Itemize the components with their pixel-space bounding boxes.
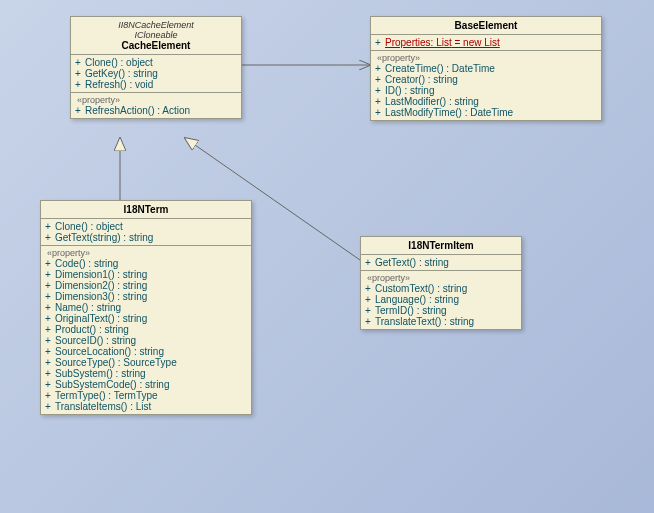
property: +SubSystem() : string [45,368,247,379]
class-I18NTermItem[interactable]: I18NTermItem+GetText() : string«property… [360,236,522,330]
property: +RefreshAction() : Action [75,105,237,116]
property-label: «property» [375,53,597,63]
property: +OriginalText() : string [45,313,247,324]
method: +Clone() : object [45,221,247,232]
property: +CustomText() : string [365,283,517,294]
method: +Refresh() : void [75,79,237,90]
attribute: +Properties: List = new List [375,37,597,48]
stereotype: ICloneable [77,30,235,40]
method: +GetText() : string [365,257,517,268]
class-name: BaseElement [377,20,595,31]
class-name: CacheElement [77,40,235,51]
property: +TranslateText() : string [365,316,517,327]
class-I18NTerm[interactable]: I18NTerm+Clone() : object+GetText(string… [40,200,252,415]
method: +GetKey() : string [75,68,237,79]
property: +SubSystemCode() : string [45,379,247,390]
property: +TermID() : string [365,305,517,316]
property: +Code() : string [45,258,247,269]
property: +ID() : string [375,85,597,96]
property: +Language() : string [365,294,517,305]
property: +SourceLocation() : string [45,346,247,357]
property: +TermType() : TermType [45,390,247,401]
property: +Dimension2() : string [45,280,247,291]
class-name: I18NTermItem [367,240,515,251]
property-label: «property» [45,248,247,258]
property: +Name() : string [45,302,247,313]
property: +SourceID() : string [45,335,247,346]
class-name: I18NTerm [47,204,245,215]
property-label: «property» [365,273,517,283]
property: +LastModifyTime() : DateTime [375,107,597,118]
property: +CreateTime() : DateTime [375,63,597,74]
property: +Product() : string [45,324,247,335]
property: +Dimension1() : string [45,269,247,280]
class-BaseElement[interactable]: BaseElement+Properties: List = new List«… [370,16,602,121]
property: +TranslateItems() : List [45,401,247,412]
property: +Dimension3() : string [45,291,247,302]
method: +Clone() : object [75,57,237,68]
property: +Creator() : string [375,74,597,85]
method: +GetText(string) : string [45,232,247,243]
property: +SourceType() : SourceType [45,357,247,368]
property-label: «property» [75,95,237,105]
stereotype: II8NCacheElement [77,20,235,30]
property: +LastModifier() : string [375,96,597,107]
class-CacheElement[interactable]: II8NCacheElementICloneableCacheElement+C… [70,16,242,119]
